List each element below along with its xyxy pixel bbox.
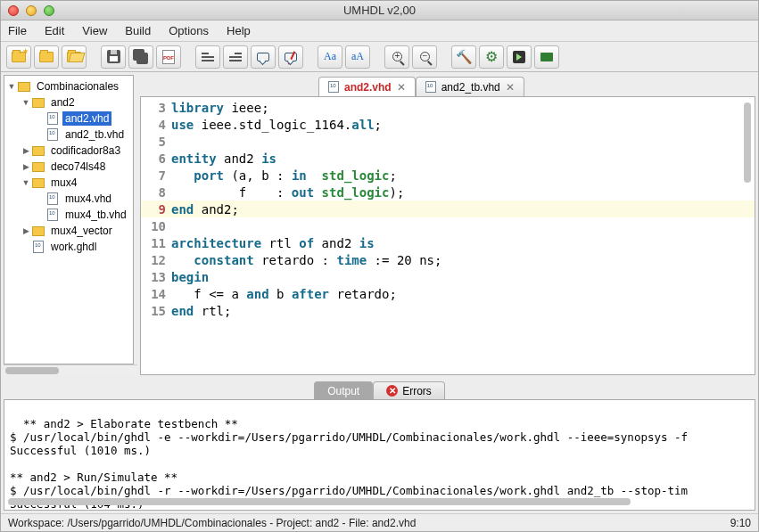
window-title: UMHDL v2,00 <box>1 4 758 17</box>
new-project-button[interactable] <box>6 45 31 69</box>
editor-tab[interactable]: and2.vhd✕ <box>318 77 416 96</box>
uncomment-button[interactable] <box>278 45 303 69</box>
simulate-button[interactable] <box>534 45 559 69</box>
menu-options[interactable]: Options <box>169 24 209 37</box>
tree-item[interactable]: ▼mux4 <box>4 175 133 191</box>
project-icon <box>18 82 30 92</box>
code-line[interactable]: 15end rtl; <box>141 302 755 319</box>
menu-view[interactable]: View <box>82 24 107 37</box>
editor-tab[interactable]: and2_tb.vhd✕ <box>416 77 524 96</box>
run-icon <box>513 51 525 63</box>
line-number: 5 <box>141 135 171 149</box>
code-line[interactable]: 6entity and2 is <box>141 150 755 167</box>
console-scrollbar[interactable] <box>8 498 740 507</box>
code-line[interactable]: 13begin <box>141 268 755 285</box>
tree-item[interactable]: ▶deco74ls48 <box>4 159 133 175</box>
tree-item[interactable]: work.ghdl <box>4 239 133 255</box>
collapse-icon[interactable]: ▼ <box>21 178 31 187</box>
code-text: constant retardo : time := 20 ns; <box>171 253 441 267</box>
file-icon <box>425 81 436 93</box>
output-console[interactable]: ** and2 > Elaborate testbench ** $ /usr/… <box>4 399 755 511</box>
tree-item[interactable]: ▼and2 <box>4 94 133 110</box>
tree-item-label: codificador8a3 <box>48 143 123 158</box>
code-line[interactable]: 8 f : out std_logic); <box>141 184 755 201</box>
code-text: f <= a and b after retardo; <box>171 287 397 301</box>
hammer-icon: 🔨 <box>456 49 473 65</box>
tree-item-label: mux4_vector <box>48 224 115 238</box>
zoom-in-button[interactable] <box>384 45 409 69</box>
tab-errors[interactable]: ✕Errors <box>373 381 445 399</box>
file-icon <box>47 192 58 205</box>
close-tab-icon[interactable]: ✕ <box>397 81 406 94</box>
line-number: 14 <box>141 287 171 301</box>
tree-item[interactable]: ▶codificador8a3 <box>4 143 133 159</box>
zoom-out-button[interactable] <box>412 45 437 69</box>
outdent-button[interactable] <box>195 45 220 69</box>
close-window-button[interactable] <box>8 5 19 16</box>
editor-tabs: and2.vhd✕and2_tb.vhd✕ <box>140 75 755 96</box>
editor-scrollbar[interactable] <box>744 99 753 348</box>
minimize-window-button[interactable] <box>26 5 37 16</box>
tree-item[interactable]: and2.vhd <box>4 110 133 127</box>
line-number: 7 <box>141 168 171 183</box>
save-all-button[interactable] <box>128 45 153 69</box>
file-icon <box>47 209 58 221</box>
run-button[interactable] <box>507 45 532 69</box>
save-button[interactable] <box>101 45 126 69</box>
settings-button[interactable]: ⚙ <box>479 45 504 69</box>
new-file-button[interactable] <box>34 45 59 69</box>
code-line[interactable]: 3library ieee; <box>141 99 755 116</box>
line-number: 11 <box>141 236 171 250</box>
folder-icon <box>32 146 45 156</box>
file-icon <box>47 128 58 141</box>
font-smaller-button[interactable]: Aa <box>318 45 342 69</box>
menu-file[interactable]: File <box>8 24 27 37</box>
font-larger-button[interactable]: aA <box>345 45 370 69</box>
gear-icon: ⚙ <box>485 48 498 65</box>
collapse-icon[interactable]: ▼ <box>6 82 17 91</box>
tree-item[interactable]: mux4.vhd <box>4 191 133 207</box>
expand-icon[interactable]: ▶ <box>21 162 31 171</box>
menu-build[interactable]: Build <box>125 24 151 37</box>
code-line[interactable]: 10 <box>141 217 755 234</box>
menu-edit[interactable]: Edit <box>45 24 64 37</box>
status-left: Workspace: /Users/pgarrido/UMHDL/Combina… <box>8 517 416 529</box>
indent-button[interactable] <box>223 45 248 69</box>
tree-item-label: mux4 <box>48 176 79 190</box>
code-line[interactable]: 4use ieee.std_logic_1164.all; <box>141 116 755 133</box>
open-button[interactable] <box>62 45 87 69</box>
folder-icon <box>32 178 45 188</box>
build-button[interactable]: 🔨 <box>451 45 476 69</box>
statusbar: Workspace: /Users/pgarrido/UMHDL/Combina… <box>1 513 758 531</box>
close-tab-icon[interactable]: ✕ <box>506 81 515 94</box>
tree-item[interactable]: and2_tb.vhd <box>4 127 133 143</box>
menu-help[interactable]: Help <box>227 24 251 37</box>
tree-root[interactable]: ▼ Combinacionales <box>4 78 133 94</box>
project-tree[interactable]: ▼ Combinacionales ▼and2and2.vhdand2_tb.v… <box>4 75 134 364</box>
zoom-window-button[interactable] <box>44 5 54 16</box>
tree-item[interactable]: mux4_tb.vhd <box>4 207 133 223</box>
export-pdf-button[interactable]: PDF <box>156 45 181 69</box>
code-line[interactable]: 5 <box>141 133 755 150</box>
code-editor[interactable]: 3library ieee;4use ieee.std_logic_1164.a… <box>140 96 755 375</box>
tab-output[interactable]: Output <box>314 381 373 399</box>
tree-scrollbar[interactable] <box>4 364 137 375</box>
line-number: 12 <box>141 253 171 267</box>
expand-icon[interactable]: ▶ <box>21 226 31 235</box>
font-smaller-icon: Aa <box>324 50 336 63</box>
code-line[interactable]: 12 constant retardo : time := 20 ns; <box>141 251 755 268</box>
line-number: 13 <box>141 270 171 284</box>
expand-icon[interactable]: ▶ <box>21 146 31 155</box>
folder-icon <box>32 226 45 236</box>
line-number: 15 <box>141 304 171 318</box>
tree-item[interactable]: ▶mux4_vector <box>4 223 133 239</box>
code-line[interactable]: 9end and2; <box>141 201 755 217</box>
code-line[interactable]: 14 f <= a and b after retardo; <box>141 285 755 302</box>
folder-open-icon <box>67 52 81 62</box>
code-text: begin <box>171 270 209 284</box>
collapse-icon[interactable]: ▼ <box>21 98 31 107</box>
comment-button[interactable] <box>251 45 276 69</box>
code-line[interactable]: 7 port (a, b : in std_logic; <box>141 167 755 184</box>
code-line[interactable]: 11architecture rtl of and2 is <box>141 234 755 251</box>
tree-item-label: and2 <box>48 95 78 110</box>
